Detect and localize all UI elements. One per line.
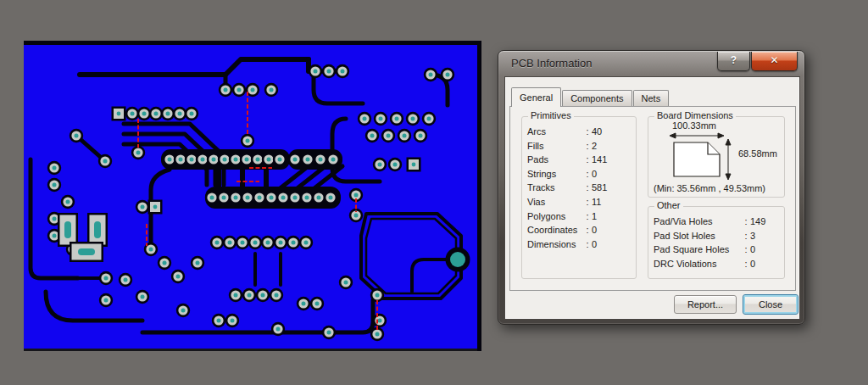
separator: : — [583, 237, 592, 252]
other-value: 149 — [750, 215, 765, 229]
primitive-value: 0 — [592, 237, 597, 252]
close-dialog-button[interactable]: Close — [743, 294, 798, 315]
separator: : — [583, 209, 592, 224]
close-icon: ✕ — [770, 54, 778, 66]
board-width-value: 100.33mm — [655, 120, 733, 131]
tab-strip: General Components Nets — [511, 87, 670, 106]
separator: : — [583, 167, 592, 181]
table-row: Fills:2 — [527, 139, 634, 153]
table-row: Coordinates:0 — [527, 223, 634, 237]
other-label: Pad Slot Holes — [654, 229, 742, 243]
other-rows: Pad/Via Holes:149 Pad Slot Holes:3 Pad S… — [654, 215, 782, 271]
separator: : — [583, 181, 592, 195]
primitive-value: 40 — [592, 125, 602, 139]
primitive-label: Polygons — [527, 209, 583, 224]
table-row: Pad Slot Holes:3 — [654, 229, 782, 243]
close-button[interactable]: ✕ — [751, 52, 798, 71]
tab-page-general: Primitives Arcs:40 Fills:2 Pads:141 Stri… — [509, 106, 796, 291]
table-row: Dimensions:0 — [527, 237, 634, 252]
tab-components[interactable]: Components — [562, 90, 632, 106]
board-dimensions-group-title: Board Dimensions — [654, 110, 736, 120]
primitive-label: Arcs — [527, 125, 583, 139]
primitive-label: Vias — [527, 195, 583, 209]
help-icon: ? — [731, 54, 737, 66]
tab-nets[interactable]: Nets — [633, 90, 670, 106]
large-via-pad — [446, 248, 470, 272]
other-label: DRC Violations — [654, 257, 742, 271]
separator: : — [583, 139, 592, 153]
tab-general[interactable]: General — [511, 87, 561, 107]
table-row: Arcs:40 — [527, 125, 634, 139]
pcb-layout-view[interactable] — [24, 41, 481, 351]
primitives-rows: Arcs:40 Fills:2 Pads:141 Strings:0 Track… — [527, 125, 634, 251]
pcb-artwork — [24, 41, 481, 351]
primitive-value: 581 — [592, 181, 607, 195]
other-group: Other Pad/Via Holes:149 Pad Slot Holes:3… — [648, 206, 785, 279]
primitive-label: Coordinates — [527, 223, 583, 237]
primitive-label: Fills — [527, 139, 583, 153]
separator: : — [742, 257, 750, 271]
primitive-value: 11 — [592, 195, 601, 209]
primitive-label: Pads — [527, 153, 583, 167]
primitive-value: 1 — [592, 209, 597, 224]
separator: : — [583, 125, 592, 139]
titlebar[interactable]: PCB Information ? ✕ — [498, 51, 804, 76]
primitive-value: 2 — [592, 139, 597, 153]
other-value: 3 — [750, 229, 755, 243]
primitive-value: 0 — [592, 167, 597, 181]
separator: : — [742, 229, 750, 243]
primitives-group: Primitives Arcs:40 Fills:2 Pads:141 Stri… — [521, 116, 637, 279]
board-height-value: 68.58mm — [738, 148, 777, 159]
primitive-label: Tracks — [527, 181, 583, 195]
table-row: Tracks:581 — [527, 181, 634, 195]
dialog-client-area: General Components Nets Primitives Arcs:… — [504, 76, 800, 320]
report-button[interactable]: Report... — [674, 295, 737, 314]
help-button[interactable]: ? — [717, 52, 750, 71]
other-label: Pad Square Holes — [654, 243, 742, 257]
separator: : — [583, 153, 592, 167]
primitives-group-title: Primitives — [528, 110, 574, 120]
board-dimensions-group: Board Dimensions 100.33mm 68.58mm (Mi — [648, 116, 785, 198]
board-min-value: (Min: 35.56mm , 49.53mm) — [654, 183, 765, 193]
primitive-label: Dimensions — [527, 237, 583, 252]
table-row: Strings:0 — [527, 167, 634, 181]
separator: : — [742, 215, 750, 229]
primitive-value: 0 — [592, 223, 597, 237]
other-value: 0 — [750, 257, 755, 271]
table-row: Vias:11 — [527, 195, 634, 209]
other-value: 0 — [750, 243, 755, 257]
table-row: Pads:141 — [527, 153, 634, 167]
separator: : — [583, 195, 592, 209]
table-row: Polygons:1 — [527, 209, 634, 224]
pcb-information-dialog: PCB Information ? ✕ General Components N… — [498, 50, 805, 325]
separator: : — [583, 223, 592, 237]
table-row: Pad Square Holes:0 — [654, 243, 782, 257]
primitive-label: Strings — [527, 167, 583, 181]
table-row: DRC Violations:0 — [654, 257, 782, 271]
other-group-title: Other — [654, 200, 683, 210]
dialog-title: PCB Information — [511, 57, 592, 70]
other-label: Pad/Via Holes — [654, 215, 742, 229]
table-row: Pad/Via Holes:149 — [654, 215, 782, 229]
separator: : — [742, 243, 750, 257]
primitive-value: 141 — [592, 153, 607, 167]
